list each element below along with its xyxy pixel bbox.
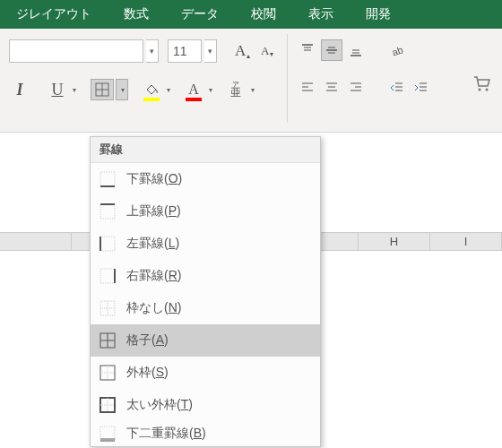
bucket-icon — [144, 82, 159, 97]
border-grid-icon — [95, 82, 109, 97]
orientation-icon: ab — [390, 43, 404, 57]
borders-button[interactable] — [91, 79, 114, 100]
menu-thick-outside[interactable]: 太い外枠(T) — [91, 389, 320, 421]
align-middle-icon — [325, 43, 339, 57]
menu-outside-borders[interactable]: 外枠(S) — [91, 357, 320, 389]
outside-border-icon — [100, 365, 116, 381]
menu-label: 枠なし(N) — [126, 300, 181, 316]
phonetic-dropdown[interactable]: ▾ — [251, 86, 255, 94]
fill-color-dropdown[interactable]: ▾ — [167, 86, 170, 94]
menu-label: 下二重罫線(B) — [126, 426, 206, 442]
menu-left-border[interactable]: 左罫線(L) — [91, 228, 320, 260]
fill-color-button[interactable] — [141, 79, 162, 100]
phonetic-button[interactable]: ア亜 — [225, 79, 247, 100]
decrease-font-button[interactable]: A▾ — [256, 40, 278, 62]
tab-formula[interactable]: 数式 — [108, 0, 165, 29]
align-left-icon — [300, 81, 315, 95]
font-name-combo[interactable] — [9, 39, 143, 63]
menu-right-border[interactable]: 右罫線(R) — [91, 260, 320, 292]
menu-label: 外枠(S) — [126, 365, 169, 381]
italic-button[interactable]: I — [9, 79, 30, 100]
align-bottom-icon — [349, 43, 363, 57]
ribbon-tabs: ジレイアウト 数式 データ 校閲 表示 開発 — [0, 0, 502, 29]
col-i[interactable]: I — [430, 233, 502, 250]
decrease-indent-button[interactable] — [386, 77, 408, 99]
menu-all-borders[interactable]: 格子(A) — [91, 324, 320, 357]
underline-button[interactable]: U — [47, 79, 68, 100]
borders-menu: 罫線 下罫線(O) 上罫線(P) 左罫線(L) 右罫線(R) 枠なし(N) 格子… — [90, 136, 321, 447]
alignment-group: ab — [288, 29, 441, 132]
bottom-border-icon — [100, 171, 116, 187]
font-size-combo[interactable]: 11 — [168, 39, 202, 63]
align-bottom-button[interactable] — [345, 39, 367, 61]
svg-text:ab: ab — [391, 44, 404, 57]
svg-rect-30 — [100, 172, 115, 186]
increase-indent-button[interactable] — [411, 77, 432, 99]
left-border-icon — [100, 236, 116, 252]
svg-rect-32 — [100, 204, 115, 219]
borders-dropdown[interactable]: ▾ — [116, 79, 128, 100]
increase-indent-icon — [414, 81, 428, 95]
all-borders-icon — [100, 332, 116, 349]
right-border-icon — [100, 268, 116, 284]
align-center-icon — [325, 81, 339, 95]
svg-rect-36 — [100, 269, 115, 283]
orientation-button[interactable]: ab — [386, 39, 408, 61]
store-icon[interactable] — [472, 73, 491, 97]
font-color-button[interactable]: A — [183, 79, 204, 100]
menu-top-border[interactable]: 上罫線(P) — [91, 195, 320, 228]
decrease-indent-icon — [390, 81, 404, 95]
tab-layout[interactable]: ジレイアウト — [0, 0, 108, 29]
menu-no-border[interactable]: 枠なし(N) — [91, 292, 320, 324]
menu-label: 左罫線(L) — [126, 236, 179, 252]
font-name-dropdown[interactable]: ▾ — [146, 39, 159, 63]
menu-bottom-border[interactable]: 下罫線(O) — [91, 163, 320, 195]
tab-review[interactable]: 校閲 — [235, 0, 292, 29]
ribbon: ▾ 11 ▾ A▴ A▾ I U ▾ ▾ ▾ — [0, 29, 502, 133]
font-group: ▾ 11 ▾ A▴ A▾ I U ▾ ▾ ▾ — [0, 29, 287, 132]
increase-font-button[interactable]: A▴ — [231, 40, 254, 62]
menu-label: 右罫線(R) — [126, 268, 181, 284]
tab-view[interactable]: 表示 — [292, 0, 350, 29]
menu-bottom-double[interactable]: 下二重罫線(B) — [91, 421, 320, 446]
align-left-button[interactable] — [297, 77, 318, 99]
font-size-dropdown[interactable]: ▾ — [204, 39, 217, 63]
align-top-button[interactable] — [297, 39, 318, 61]
tab-data[interactable]: データ — [165, 0, 235, 29]
menu-label: 上罫線(P) — [126, 203, 181, 220]
menu-label: 下罫線(O) — [126, 171, 182, 187]
svg-point-28 — [479, 89, 481, 91]
svg-point-29 — [486, 89, 489, 91]
align-right-icon — [349, 81, 363, 95]
align-top-icon — [300, 43, 315, 57]
font-color-dropdown[interactable]: ▾ — [209, 86, 212, 94]
top-border-icon — [100, 203, 116, 220]
svg-rect-34 — [100, 237, 115, 251]
tab-developer[interactable]: 開発 — [350, 0, 407, 29]
menu-label: 格子(A) — [126, 332, 169, 349]
align-right-button[interactable] — [345, 77, 367, 99]
col-h[interactable]: H — [359, 233, 430, 250]
thick-outside-icon — [100, 397, 116, 413]
menu-title: 罫線 — [91, 137, 320, 163]
bottom-double-icon — [100, 426, 116, 442]
align-middle-button[interactable] — [321, 39, 342, 61]
menu-label: 太い外枠(T) — [126, 397, 193, 413]
no-border-icon — [100, 300, 116, 316]
align-center-button[interactable] — [321, 77, 342, 99]
underline-dropdown[interactable]: ▾ — [73, 86, 76, 94]
